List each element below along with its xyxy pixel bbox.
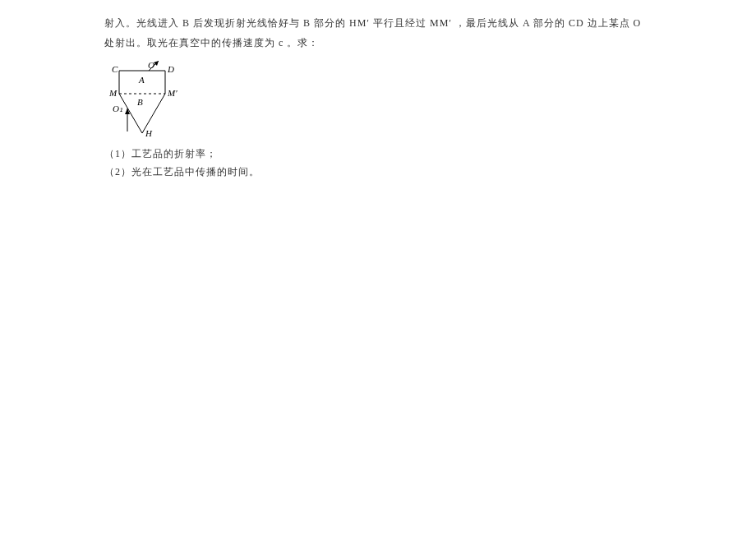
label-C: C [112, 64, 118, 74]
label-D: D [167, 64, 174, 74]
paragraph-line-1: 射入。光线进入 B 后发现折射光线恰好与 B 部分的 HM′ 平行且经过 MM′… [104, 13, 597, 33]
label-Mp: M′ [167, 88, 177, 98]
label-O: O [148, 60, 154, 70]
svg-line-5 [142, 94, 165, 133]
paragraph-line-2: 处射出。取光在真空中的传播速度为 c 。求： [104, 33, 597, 53]
problem-content: 射入。光线进入 B 后发现折射光线恰好与 B 部分的 HM′ 平行且经过 MM′… [0, 0, 597, 181]
label-M: M [108, 88, 118, 98]
label-O1: O₁ [113, 104, 122, 113]
question-1: （1）工艺品的折射率； [104, 145, 597, 163]
label-A: A [138, 75, 145, 85]
question-2: （2）光在工艺品中传播的时间。 [104, 163, 597, 181]
label-H: H [145, 128, 153, 138]
geometry-figure: C O D A M M′ B O₁ H [103, 59, 597, 141]
label-B: B [137, 97, 143, 107]
